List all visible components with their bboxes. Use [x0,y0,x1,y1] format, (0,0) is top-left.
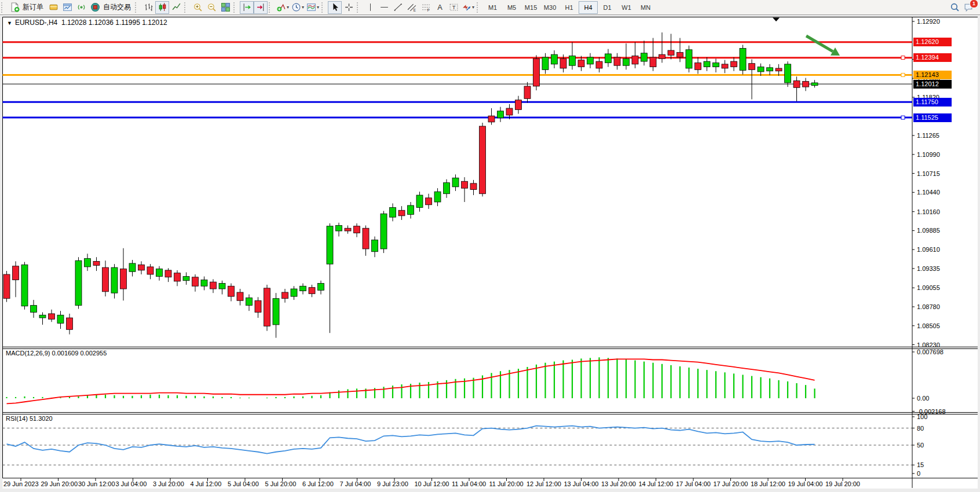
hline-handle[interactable] [901,56,905,60]
auto-scroll-button[interactable] [240,1,254,14]
vertical-line-button[interactable] [363,1,377,14]
arrows-icon [462,2,471,12]
toolbar-grip [269,2,274,13]
timeframe-button-H4[interactable]: H4 [579,1,598,14]
svg-text:13 Jul 20:00: 13 Jul 20:00 [601,480,636,487]
equidistant-channel-icon: E [407,2,417,12]
crosshair-button[interactable] [342,1,356,14]
text-label-icon: T [449,2,459,12]
signals-button[interactable] [74,1,88,14]
svg-text:E: E [413,8,415,12]
search-icon [950,2,960,12]
line-chart-icon [171,2,181,12]
hline-handle[interactable] [901,116,905,119]
svg-text:1.10990: 1.10990 [917,151,940,158]
signal-icon [76,2,86,12]
chart-canvas: 1.129201.123701.120951.118201.112651.109… [0,0,980,492]
hline-handle[interactable] [901,74,905,77]
svg-text:3 Jul 04:00: 3 Jul 04:00 [116,480,147,487]
chevron-down-icon: ▾ [302,5,304,10]
toolbar-grip [184,2,189,13]
arrows-button[interactable]: ▾ [460,1,476,14]
tile-windows-button[interactable] [218,1,232,14]
svg-text:1.09885: 1.09885 [917,227,940,234]
chart-shift-icon [256,2,266,12]
chart-shift-button[interactable] [254,1,268,14]
svg-text:1.10440: 1.10440 [917,189,940,196]
periods-button[interactable]: ▾ [290,1,305,14]
zoom-in-button[interactable] [191,1,204,14]
bar-chart-button[interactable] [141,1,155,14]
text-icon: A [435,2,445,12]
svg-text:0.00: 0.00 [917,395,929,402]
timeframe-button-D1[interactable]: D1 [598,1,617,14]
crosshair-icon [344,2,354,12]
svg-text:1.11265: 1.11265 [917,132,939,139]
svg-text:11 Jul 04:00: 11 Jul 04:00 [452,480,486,487]
svg-text:11 Jul 20:00: 11 Jul 20:00 [489,480,524,487]
svg-text:19 Jul 20:00: 19 Jul 20:00 [825,480,860,487]
toolbar-grip [233,2,239,13]
svg-text:1.09335: 1.09335 [917,265,940,272]
svg-text:A: A [437,3,443,12]
svg-text:0.007698: 0.007698 [917,348,944,355]
indicators-icon [276,2,286,12]
svg-text:1.08505: 1.08505 [917,322,940,329]
toolbar-grip [135,2,140,13]
equidistant-channel-button[interactable]: E [405,1,419,14]
text-label-button[interactable]: T [447,1,460,14]
indicators-button[interactable]: ▾ [275,1,290,14]
trendline-button[interactable] [391,1,405,14]
tile-windows-icon [221,2,231,12]
chat-button[interactable]: 1 [961,1,975,14]
timeframe-button-M5[interactable]: M5 [502,1,521,14]
market-depth-button[interactable] [46,1,60,14]
chart-background [3,17,978,489]
svg-text:30 Jun 12:00: 30 Jun 12:00 [78,480,115,487]
zoom-out-button[interactable] [204,1,218,14]
fibonacci-icon: F [421,2,431,12]
zoom-out-icon [207,2,217,12]
timeframe-button-M15[interactable]: M15 [521,1,540,14]
svg-text:1.10715: 1.10715 [917,170,940,177]
svg-text:15: 15 [917,461,924,468]
chart-window-button[interactable] [60,1,74,14]
new-order-button[interactable] [8,1,21,14]
candlestick-chart-button[interactable] [155,1,169,14]
market-depth-icon [49,2,58,12]
templates-button[interactable]: ▾ [305,1,320,14]
main-toolbar: 新订单 自动交易 ▾ ▾ ▾ E F A T ▾ M1M5M15M30H1H4D [0,0,980,15]
timeframe-button-W1[interactable]: W1 [617,1,636,14]
search-button[interactable] [948,1,961,14]
zoom-in-icon [193,2,203,12]
timeframe-button-MN[interactable]: MN [636,1,655,14]
toolbar-grip [1,2,6,13]
toolbar-grip [321,2,327,13]
text-button[interactable]: A [433,1,447,14]
svg-text:13 Jul 04:00: 13 Jul 04:00 [564,480,599,487]
cursor-button[interactable] [328,1,342,14]
vertical-line-icon [365,2,375,12]
new-order-label[interactable]: 新订单 [21,2,46,12]
svg-text:1.12920: 1.12920 [917,18,940,25]
new-order-icon [10,2,20,12]
line-chart-button[interactable] [169,1,183,14]
candlestick-chart-icon [158,2,167,12]
svg-text:1.08230: 1.08230 [917,342,940,348]
svg-text:5 Jul 04:00: 5 Jul 04:00 [228,480,259,487]
fibonacci-button[interactable]: F [419,1,433,14]
chevron-down-icon: ▾ [317,5,319,10]
svg-text:12 Jul 12:00: 12 Jul 12:00 [526,480,561,487]
svg-text:19 Jul 04:00: 19 Jul 04:00 [788,480,823,487]
toolbar-grip [477,2,482,13]
auto-trading-button[interactable] [88,1,102,14]
horizontal-line-button[interactable] [377,1,391,14]
svg-text:17 Jul 20:00: 17 Jul 20:00 [714,480,748,487]
auto-trading-label[interactable]: 自动交易 [102,2,134,12]
mt4-window: 1.129201.123701.120951.118201.112651.109… [0,0,980,492]
timeframe-button-M1[interactable]: M1 [483,1,502,14]
timeframe-button-M30[interactable]: M30 [540,1,560,14]
timeframe-button-H1[interactable]: H1 [560,1,579,14]
chat-badge: 1 [970,0,978,8]
svg-text:14 Jul 12:00: 14 Jul 12:00 [639,480,674,487]
